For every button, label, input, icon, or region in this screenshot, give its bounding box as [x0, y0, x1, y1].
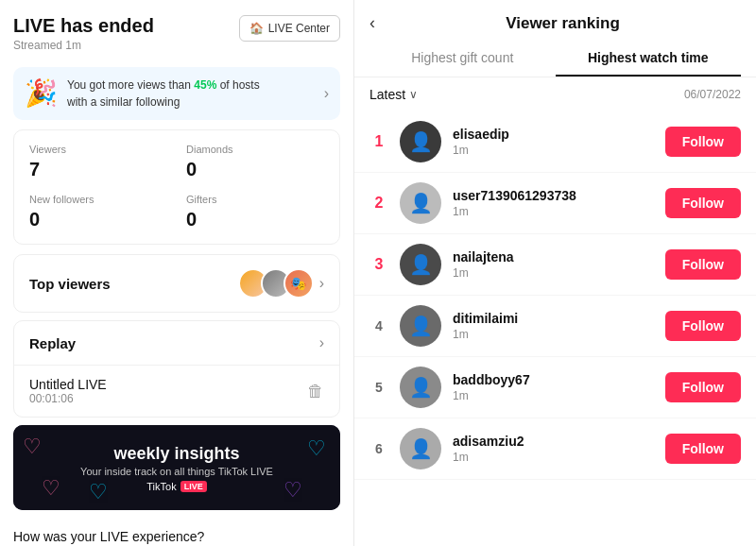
replay-section: Replay › Untitled LIVE 00:01:06 🗑 [13, 320, 340, 418]
tiktok-label: TikTok [146, 481, 176, 492]
viewer-info-1: elisaedip 1m [453, 127, 654, 157]
viewer-info-6: adisamziu2 1m [453, 434, 654, 464]
filter-date: 06/07/2022 [684, 88, 741, 101]
viewer-time-5: 1m [453, 389, 654, 402]
viewer-info-3: nailajtena 1m [453, 249, 654, 280]
left-panel: LIVE has ended Streamed 1m 🏠 LIVE Center… [0, 0, 354, 546]
top-viewers-chevron-icon: › [319, 275, 324, 292]
right-panel: ‹ Viewer ranking Highest gift count High… [354, 0, 756, 546]
banner-content: 🎉 You got more views than 45% of hostswi… [25, 77, 260, 111]
viewer-name-1: elisaedip [453, 127, 654, 142]
left-header: LIVE has ended Streamed 1m 🏠 LIVE Center [0, 0, 353, 60]
viewer-row: 3 👤 nailajtena 1m Follow [354, 234, 756, 296]
rank-3: 3 [369, 256, 388, 273]
viewer-row: 4 👤 ditimilaimi 1m Follow [354, 296, 756, 357]
gifters-value: 0 [186, 209, 324, 230]
viewer-avatar-2: 👤 [400, 182, 441, 224]
diamonds-label: Diamonds [186, 144, 324, 155]
filter-row: Latest ∨ 06/07/2022 [354, 77, 756, 111]
viewer-avatar-5: 👤 [400, 367, 441, 408]
replay-item-duration: 00:01:06 [29, 392, 107, 405]
viewers-stat: Viewers 7 [29, 144, 167, 180]
banner-text: You got more views than 45% of hostswith… [67, 77, 260, 111]
heart-deco-1: ♡ [23, 435, 42, 459]
diamonds-value: 0 [186, 159, 324, 180]
heart-deco-3: ♡ [42, 476, 60, 501]
replay-item-info: Untitled LIVE 00:01:06 [29, 377, 107, 405]
streamed-text: Streamed 1m [13, 39, 154, 52]
insights-banner[interactable]: ♡ ♡ ♡ ♡ ♡ weekly insights Your inside tr… [13, 425, 340, 510]
follow-button-6[interactable]: Follow [665, 434, 741, 464]
filter-chevron-icon: ∨ [409, 88, 418, 101]
follow-button-4[interactable]: Follow [665, 311, 741, 341]
rank-6: 6 [369, 441, 388, 456]
viewer-info-4: ditimilaimi 1m [453, 311, 654, 341]
highlight-percent: 45% [194, 78, 216, 92]
gifters-label: Gifters [186, 194, 324, 205]
follow-button-3[interactable]: Follow [665, 249, 741, 280]
live-center-label: LIVE Center [268, 22, 330, 35]
home-icon: 🏠 [249, 22, 264, 35]
tab-highest-gift-count[interactable]: Highest gift count [369, 41, 556, 77]
gifters-stat: Gifters 0 [186, 194, 324, 230]
feedback-label: How was your LIVE experience? [13, 529, 204, 544]
tab-highest-watch-time[interactable]: Highest watch time [556, 41, 742, 77]
feedback-section[interactable]: How was your LIVE experience? [0, 518, 353, 546]
party-icon: 🎉 [25, 80, 58, 107]
viewer-info-5: baddboyy67 1m [453, 372, 654, 402]
viewer-avatar-4: 👤 [400, 305, 441, 347]
viewer-name-5: baddboyy67 [453, 372, 654, 387]
insights-subtitle: Your inside track on all things TikTok L… [80, 466, 273, 477]
viewer-time-1: 1m [453, 144, 654, 157]
views-banner[interactable]: 🎉 You got more views than 45% of hostswi… [13, 67, 340, 120]
heart-deco-2: ♡ [307, 436, 326, 461]
viewer-avatar-3: 👤 [400, 244, 441, 285]
diamonds-stat: Diamonds 0 [186, 144, 324, 180]
avatar-stack: 🎭 [238, 268, 314, 299]
top-viewers-section[interactable]: Top viewers 🎭 › [13, 254, 340, 313]
rank-5: 5 [369, 380, 388, 395]
back-row: ‹ Viewer ranking [369, 13, 741, 33]
replay-label: Replay [29, 335, 76, 351]
heart-deco-4: ♡ [284, 478, 302, 503]
top-viewers-label: Top viewers [29, 276, 111, 292]
insights-title: weekly insights [80, 444, 273, 464]
viewer-row: 1 👤 elisaedip 1m Follow [354, 111, 756, 173]
viewer-row: 6 👤 adisamziu2 1m Follow [354, 418, 756, 480]
live-center-button[interactable]: 🏠 LIVE Center [239, 15, 340, 42]
latest-label: Latest [369, 87, 405, 102]
viewer-info-2: user7139061293738 1m [453, 188, 654, 218]
viewer-ranking-title: Viewer ranking [385, 14, 741, 33]
tabs-row: Highest gift count Highest watch time [369, 41, 741, 77]
top-viewer-avatar-3: 🎭 [284, 268, 314, 299]
new-followers-label: New followers [29, 194, 167, 205]
replay-chevron-icon: › [319, 334, 324, 351]
viewer-row: 2 👤 user7139061293738 1m Follow [354, 173, 756, 234]
rank-4: 4 [369, 318, 388, 333]
new-followers-stat: New followers 0 [29, 194, 167, 230]
banner-chevron-icon: › [324, 85, 329, 102]
follow-button-1[interactable]: Follow [665, 127, 741, 157]
viewer-name-2: user7139061293738 [453, 188, 654, 203]
follow-button-5[interactable]: Follow [665, 372, 741, 402]
viewer-avatar-6: 👤 [400, 428, 441, 469]
viewer-time-3: 1m [453, 266, 654, 280]
viewer-time-4: 1m [453, 328, 654, 341]
replay-item-title: Untitled LIVE [29, 377, 107, 392]
back-button[interactable]: ‹ [369, 13, 375, 33]
viewer-name-3: nailajtena [453, 249, 654, 264]
live-header-info: LIVE has ended Streamed 1m [13, 15, 154, 52]
trash-icon[interactable]: 🗑 [307, 382, 324, 401]
stats-grid: Viewers 7 Diamonds 0 New followers 0 Gif… [29, 144, 324, 230]
rank-1: 1 [369, 133, 388, 150]
viewer-row: 5 👤 baddboyy67 1m Follow [354, 357, 756, 418]
follow-button-2[interactable]: Follow [665, 188, 741, 218]
viewers-label: Viewers [29, 144, 167, 155]
viewer-name-6: adisamziu2 [453, 434, 654, 449]
tiktok-logo: TikTok LIVE [80, 481, 273, 492]
rank-2: 2 [369, 195, 388, 212]
latest-filter[interactable]: Latest ∨ [369, 87, 418, 102]
stats-section: Viewers 7 Diamonds 0 New followers 0 Gif… [13, 129, 340, 245]
replay-header[interactable]: Replay › [14, 321, 339, 366]
replay-item: Untitled LIVE 00:01:06 🗑 [14, 366, 339, 417]
